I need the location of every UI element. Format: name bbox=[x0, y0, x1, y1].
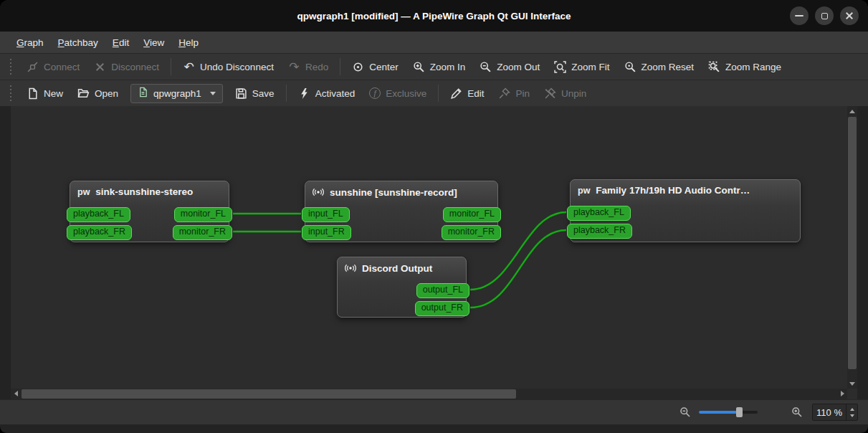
zoom-slider-handle[interactable] bbox=[736, 407, 743, 417]
toolbar-separator bbox=[340, 58, 340, 75]
port-output-fl[interactable]: output_FL bbox=[416, 283, 469, 298]
zoom-in-mag-icon[interactable] bbox=[791, 406, 803, 418]
pipewire-icon: pw bbox=[77, 187, 90, 197]
node-sink-sunshine-stereo[interactable]: pw sink-sunshine-stereo playback_FL play… bbox=[70, 181, 229, 242]
graph-canvas[interactable]: pw sink-sunshine-stereo playback_FL play… bbox=[11, 106, 847, 389]
new-button[interactable]: New bbox=[19, 82, 70, 105]
activated-label: Activated bbox=[315, 88, 356, 99]
patchbay-file-name: qpwgraph1 bbox=[153, 88, 201, 99]
exclusive-button[interactable]: ƒ Exclusive bbox=[362, 82, 434, 104]
menu-help[interactable]: Help bbox=[171, 34, 206, 51]
undo-icon: ↶ bbox=[183, 61, 195, 73]
activated-button[interactable]: Activated bbox=[291, 82, 363, 105]
pin-button[interactable]: Pin bbox=[491, 82, 537, 105]
toolbar-separator bbox=[438, 85, 439, 102]
edit-button[interactable]: Edit bbox=[443, 82, 491, 105]
graph-canvas-area: pw sink-sunshine-stereo playback_FL play… bbox=[11, 106, 857, 399]
zoom-spin-down-button[interactable] bbox=[846, 412, 857, 420]
zoom-spin-buttons bbox=[846, 404, 857, 420]
zoom-spinbox[interactable]: 110 % bbox=[812, 404, 858, 421]
node-sunshine-record[interactable]: sunshine [sunshine-record] input_FL inpu… bbox=[305, 181, 498, 242]
redo-button[interactable]: ↷ Redo bbox=[281, 56, 335, 78]
undo-label: Undo Disconnect bbox=[200, 62, 274, 72]
node-header: Discord Output bbox=[338, 257, 466, 278]
vertical-scroll-handle[interactable] bbox=[848, 117, 857, 369]
zoom-in-icon bbox=[413, 61, 425, 73]
zoom-out-mag-icon[interactable] bbox=[679, 406, 691, 418]
stream-icon bbox=[345, 262, 356, 274]
port-playback-fr[interactable]: playback_FR bbox=[67, 225, 132, 240]
graph-toolbar: Connect Disconnect ↶ Undo Disconnect ↷ R… bbox=[0, 53, 868, 80]
redo-icon: ↷ bbox=[288, 61, 300, 73]
node-title: sink-sunshine-stereo bbox=[95, 186, 193, 197]
horizontal-scrollbar[interactable] bbox=[11, 389, 847, 399]
port-monitor-fr[interactable]: monitor_FR bbox=[173, 225, 232, 240]
unpin-icon bbox=[544, 87, 556, 100]
port-playback-fl[interactable]: playback_FL bbox=[67, 207, 130, 222]
disconnect-button[interactable]: Disconnect bbox=[87, 56, 166, 78]
arrow-right-icon bbox=[841, 391, 847, 396]
scroll-up-button[interactable] bbox=[847, 106, 857, 116]
port-output-fr[interactable]: output_FR bbox=[415, 301, 469, 316]
port-playback-fl[interactable]: playback_FL bbox=[567, 206, 631, 221]
node-family-hd-audio[interactable]: pw Family 17h/19h HD Audio Contr… playba… bbox=[570, 179, 801, 242]
menu-view[interactable]: View bbox=[136, 34, 171, 51]
horizontal-scroll-handle[interactable] bbox=[22, 389, 516, 399]
node-discord-output[interactable]: Discord Output output_FL output_FR bbox=[337, 257, 467, 318]
node-title: sunshine [sunshine-record] bbox=[330, 187, 457, 198]
port-monitor-fl[interactable]: monitor_FL bbox=[443, 207, 501, 222]
zoom-fit-button[interactable]: Zoom Fit bbox=[547, 56, 616, 78]
menu-patchbay[interactable]: Patchbay bbox=[51, 34, 105, 51]
save-button[interactable]: Save bbox=[228, 82, 282, 105]
zoom-slider[interactable] bbox=[699, 407, 758, 417]
port-input-fl[interactable]: input_FL bbox=[302, 207, 350, 222]
new-file-icon bbox=[27, 87, 39, 100]
zoom-spin-up-button[interactable] bbox=[846, 404, 857, 412]
save-icon bbox=[235, 87, 247, 100]
menu-graph[interactable]: Graph bbox=[9, 34, 51, 51]
port-monitor-fl[interactable]: monitor_FL bbox=[174, 207, 232, 222]
toolbar-grip[interactable] bbox=[9, 85, 13, 101]
zoom-in-button[interactable]: Zoom In bbox=[406, 56, 473, 78]
disconnect-label: Disconnect bbox=[111, 62, 159, 72]
maximize-button[interactable] bbox=[815, 6, 834, 25]
chevron-down-icon bbox=[210, 92, 216, 95]
zoom-range-button[interactable]: Zoom Range bbox=[701, 56, 788, 78]
port-monitor-fr[interactable]: monitor_FR bbox=[442, 225, 501, 240]
window-title: qpwgraph1 [modified] — A PipeWire Graph … bbox=[297, 11, 571, 22]
connect-button[interactable]: Connect bbox=[19, 56, 87, 78]
close-icon bbox=[840, 6, 859, 25]
vertical-scrollbar[interactable] bbox=[847, 106, 857, 389]
scroll-right-button[interactable] bbox=[837, 389, 847, 399]
exclusive-label: Exclusive bbox=[386, 88, 426, 99]
node-header: pw Family 17h/19h HD Audio Contr… bbox=[571, 180, 800, 200]
save-label: Save bbox=[252, 88, 275, 99]
center-label: Center bbox=[369, 62, 399, 72]
undo-disconnect-button[interactable]: ↶ Undo Disconnect bbox=[176, 56, 281, 78]
spin-down-icon bbox=[850, 414, 854, 419]
center-icon bbox=[352, 61, 364, 73]
patchbay-toolbar: New Open qpwgraph1 Save Activated ƒ Excl… bbox=[0, 80, 868, 106]
toolbar-grip[interactable] bbox=[9, 59, 13, 75]
pipewire-icon: pw bbox=[578, 186, 590, 196]
scroll-down-button[interactable] bbox=[847, 379, 857, 389]
port-playback-fr[interactable]: playback_FR bbox=[567, 224, 632, 239]
zoom-reset-button[interactable]: Zoom Reset bbox=[617, 56, 702, 78]
patchbay-file-combo[interactable]: qpwgraph1 bbox=[130, 84, 223, 103]
zoom-out-button[interactable]: Zoom Out bbox=[472, 56, 547, 78]
edit-label: Edit bbox=[467, 88, 484, 99]
exclusive-icon: ƒ bbox=[369, 87, 381, 99]
center-button[interactable]: Center bbox=[345, 56, 406, 78]
menu-edit[interactable]: Edit bbox=[105, 34, 136, 51]
scrollbar-corner bbox=[847, 389, 857, 399]
zoom-in-label: Zoom In bbox=[430, 62, 466, 72]
port-input-fr[interactable]: input_FR bbox=[302, 225, 351, 240]
unpin-button[interactable]: Unpin bbox=[537, 82, 593, 105]
minimize-button[interactable] bbox=[790, 6, 809, 25]
close-button[interactable] bbox=[840, 6, 859, 25]
node-header: sunshine [sunshine-record] bbox=[305, 181, 497, 202]
titlebar[interactable]: qpwgraph1 [modified] — A PipeWire Graph … bbox=[0, 0, 868, 32]
scroll-left-button[interactable] bbox=[11, 389, 21, 399]
statusbar: 110 % bbox=[0, 399, 868, 424]
open-button[interactable]: Open bbox=[70, 82, 125, 105]
